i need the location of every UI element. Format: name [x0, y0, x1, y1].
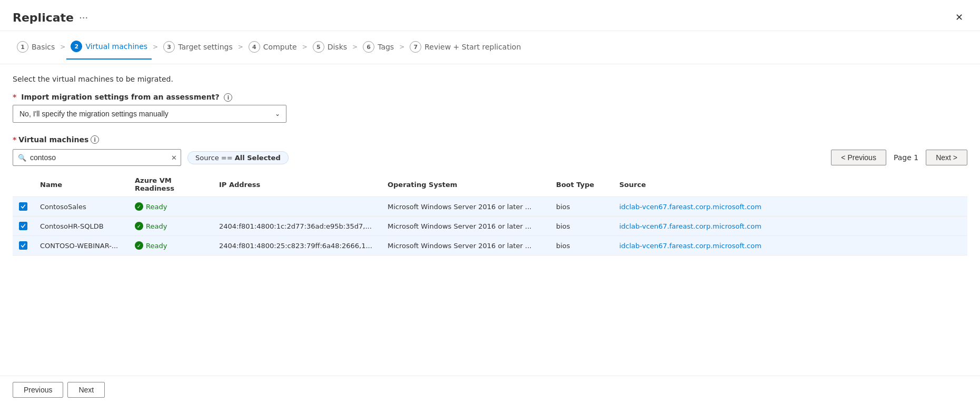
step-label-6: Tags	[378, 43, 394, 51]
page-title: Replicate	[13, 11, 74, 24]
assessment-dropdown[interactable]: No, I'll specify the migration settings …	[13, 105, 286, 123]
pagination-controls: < Previous Page 1 Next >	[831, 150, 967, 165]
step-label-1: Basics	[32, 43, 55, 51]
col-header-boot: Boot Type	[550, 172, 613, 197]
wizard-steps: 1 Basics > 2 Virtual machines > 3 Target…	[0, 31, 980, 64]
readiness-icon: ✓	[135, 222, 143, 230]
row-source: idclab-vcen67.fareast.corp.microsoft.com	[613, 197, 967, 217]
row-os: Microsoft Windows Server 2016 or later .…	[381, 217, 550, 236]
vm-section-label-text: Virtual machines	[18, 135, 88, 144]
col-header-readiness: Azure VM Readiness	[128, 172, 213, 197]
readiness-text: Ready	[146, 242, 167, 250]
step-sep-3: >	[237, 43, 244, 57]
assessment-info-icon[interactable]: i	[224, 93, 232, 102]
more-icon[interactable]: ···	[79, 12, 88, 23]
row-checkbox[interactable]	[19, 202, 27, 211]
assessment-label: * Import migration settings from an asse…	[13, 93, 232, 101]
row-readiness: ✓ Ready	[128, 217, 213, 236]
step-circle-5: 5	[313, 41, 324, 53]
row-boot: bios	[550, 197, 613, 217]
vm-info-icon[interactable]: i	[91, 135, 99, 144]
required-star: *	[13, 93, 16, 101]
step-label-7: Review + Start replication	[424, 43, 521, 51]
col-header-ip: IP Address	[213, 172, 381, 197]
vm-section-header: * Virtual machines i	[13, 135, 967, 144]
table-row[interactable]: CONTOSO-WEBINAR-... ✓ Ready 2404:f801:48…	[13, 236, 967, 255]
col-header-checkbox	[13, 172, 34, 197]
step-sep-4: >	[301, 43, 309, 57]
main-content: Select the virtual machines to be migrat…	[0, 64, 980, 255]
step-circle-6: 6	[363, 41, 374, 53]
table-header-row: Name Azure VM Readiness IP Address Opera…	[13, 172, 967, 197]
step-tags[interactable]: 6 Tags	[359, 41, 398, 59]
filter-label: Source ==	[195, 154, 235, 162]
step-sep-1: >	[59, 43, 66, 57]
step-label-4: Compute	[263, 43, 297, 51]
step-sep-2: >	[152, 43, 159, 57]
row-os: Microsoft Windows Server 2016 or later .…	[381, 197, 550, 217]
footer-next-button[interactable]: Next	[67, 382, 105, 398]
step-sep-6: >	[398, 43, 405, 57]
step-circle-7: 7	[410, 41, 421, 53]
step-circle-1: 1	[17, 41, 28, 53]
footer-previous-button[interactable]: Previous	[13, 382, 63, 398]
row-name: ContosoHR-SQLDB	[34, 217, 128, 236]
title-bar: Replicate ··· ✕	[0, 0, 980, 31]
footer: Previous Next	[0, 376, 980, 403]
filter-value: All Selected	[235, 154, 281, 162]
readiness-icon: ✓	[135, 202, 143, 211]
search-clear-button[interactable]: ✕	[171, 154, 177, 162]
row-os: Microsoft Windows Server 2016 or later .…	[381, 236, 550, 255]
col-header-source: Source	[613, 172, 967, 197]
assessment-dropdown-wrapper: No, I'll specify the migration settings …	[13, 105, 286, 123]
step-sep-5: >	[351, 43, 359, 57]
page-indicator: Page 1	[890, 153, 922, 162]
readiness-text: Ready	[146, 203, 167, 211]
previous-page-button[interactable]: < Previous	[831, 150, 886, 165]
search-icon: 🔍	[18, 154, 26, 162]
readiness-text: Ready	[146, 222, 167, 230]
step-circle-4: 4	[249, 41, 260, 53]
row-boot: bios	[550, 217, 613, 236]
row-checkbox-cell[interactable]	[13, 217, 34, 236]
step-circle-3: 3	[163, 41, 175, 53]
step-virtual-machines[interactable]: 2 Virtual machines	[66, 41, 152, 60]
row-checkbox[interactable]	[19, 222, 27, 230]
row-checkbox-cell[interactable]	[13, 236, 34, 255]
search-wrapper: 🔍 ✕	[13, 149, 181, 166]
row-source: idclab-vcen67.fareast.corp.microsoft.com	[613, 236, 967, 255]
row-ip	[213, 197, 381, 217]
row-boot: bios	[550, 236, 613, 255]
step-label-2: Virtual machines	[85, 42, 147, 51]
step-circle-2: 2	[71, 41, 82, 52]
step-label-5: Disks	[328, 43, 347, 51]
step-compute[interactable]: 4 Compute	[244, 41, 301, 59]
step-label-3: Target settings	[178, 43, 233, 51]
search-input[interactable]	[13, 149, 181, 166]
row-checkbox[interactable]	[19, 241, 27, 250]
step-review[interactable]: 7 Review + Start replication	[405, 41, 525, 59]
filter-badge[interactable]: Source == All Selected	[187, 151, 289, 164]
row-readiness: ✓ Ready	[128, 236, 213, 255]
vm-controls: 🔍 ✕ Source == All Selected < Previous Pa…	[13, 149, 967, 166]
close-button[interactable]: ✕	[951, 9, 967, 25]
row-ip: 2404:f801:4800:25:c823:79ff:6a48:2666,1.…	[213, 236, 381, 255]
readiness-icon: ✓	[135, 241, 143, 250]
table-row[interactable]: ContosoSales ✓ Ready Microsoft Windows S…	[13, 197, 967, 217]
vm-table: Name Azure VM Readiness IP Address Opera…	[13, 172, 967, 255]
title-left: Replicate ···	[13, 11, 88, 24]
step-disks[interactable]: 5 Disks	[309, 41, 351, 59]
row-source: idclab-vcen67.fareast.corp.microsoft.com	[613, 217, 967, 236]
row-checkbox-cell[interactable]	[13, 197, 34, 217]
row-readiness: ✓ Ready	[128, 197, 213, 217]
table-row[interactable]: ContosoHR-SQLDB ✓ Ready 2404:f801:4800:1…	[13, 217, 967, 236]
col-header-os: Operating System	[381, 172, 550, 197]
row-ip: 2404:f801:4800:1c:2d77:36ad:e95b:35d7,..…	[213, 217, 381, 236]
next-page-button[interactable]: Next >	[926, 150, 967, 165]
step-target-settings[interactable]: 3 Target settings	[159, 41, 237, 59]
row-name: CONTOSO-WEBINAR-...	[34, 236, 128, 255]
row-name: ContosoSales	[34, 197, 128, 217]
vm-required-star: *	[13, 135, 16, 144]
step-basics[interactable]: 1 Basics	[13, 41, 59, 59]
col-header-name: Name	[34, 172, 128, 197]
